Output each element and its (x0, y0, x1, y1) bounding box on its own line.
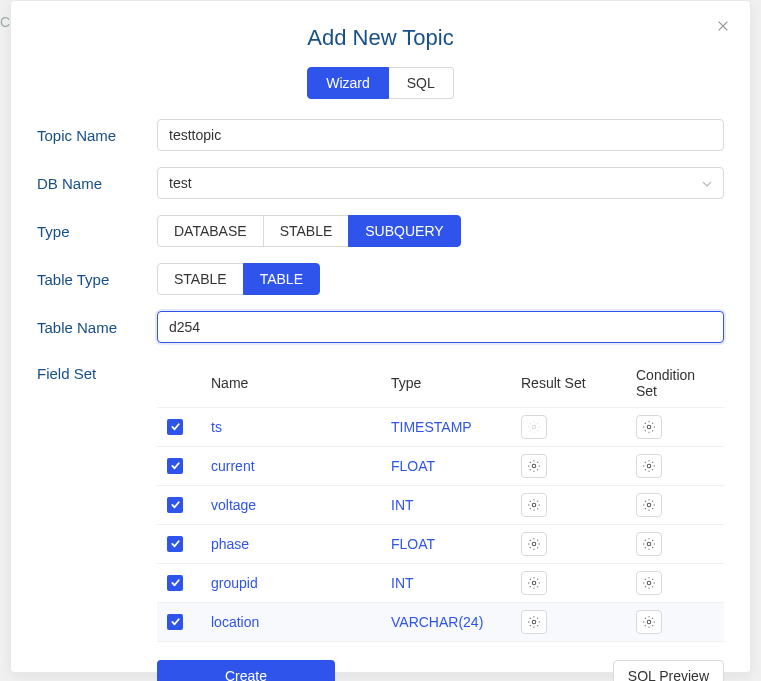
mode-sql-button[interactable]: SQL (389, 67, 454, 99)
dialog-title: Add New Topic (37, 25, 724, 51)
result-set-gear-icon[interactable] (521, 454, 547, 478)
svg-point-5 (647, 503, 651, 507)
topic-name-input[interactable] (157, 119, 724, 151)
field-type: TIMESTAMP (381, 408, 511, 447)
col-header-name: Name (201, 359, 381, 408)
table-row: locationVARCHAR(24) (157, 603, 724, 642)
col-header-type: Type (381, 359, 511, 408)
svg-point-3 (647, 464, 651, 468)
db-name-select[interactable]: test (157, 167, 724, 199)
condition-set-gear-icon[interactable] (636, 532, 662, 556)
table-name-input[interactable] (157, 311, 724, 343)
db-name-label: DB Name (37, 175, 157, 192)
table-row: voltageINT (157, 486, 724, 525)
result-set-gear-icon[interactable] (521, 493, 547, 517)
field-checkbox[interactable] (167, 575, 183, 591)
condition-set-gear-icon[interactable] (636, 415, 662, 439)
svg-point-0 (532, 425, 536, 429)
field-name: voltage (201, 486, 381, 525)
table-type-stable-button[interactable]: STABLE (157, 263, 244, 295)
field-set-label: Field Set (37, 359, 157, 382)
field-set-table: Name Type Result Set Condition Set tsTIM… (157, 359, 724, 642)
mode-wizard-button[interactable]: Wizard (307, 67, 389, 99)
background-hint: C (0, 14, 10, 30)
field-name: current (201, 447, 381, 486)
svg-point-4 (532, 503, 536, 507)
result-set-gear-icon[interactable] (521, 532, 547, 556)
field-checkbox[interactable] (167, 614, 183, 630)
svg-point-6 (532, 542, 536, 546)
table-row: phaseFLOAT (157, 525, 724, 564)
field-name: location (201, 603, 381, 642)
type-radio-group: DATABASE STABLE SUBQUERY (157, 215, 724, 247)
condition-set-gear-icon[interactable] (636, 571, 662, 595)
field-name: groupid (201, 564, 381, 603)
table-row: currentFLOAT (157, 447, 724, 486)
field-checkbox[interactable] (167, 497, 183, 513)
topic-name-label: Topic Name (37, 127, 157, 144)
svg-point-1 (647, 425, 651, 429)
condition-set-gear-icon[interactable] (636, 454, 662, 478)
sql-preview-button[interactable]: SQL Preview (613, 660, 724, 681)
field-checkbox[interactable] (167, 536, 183, 552)
field-type: INT (381, 564, 511, 603)
field-type: INT (381, 486, 511, 525)
table-type-radio-group: STABLE TABLE (157, 263, 724, 295)
create-button[interactable]: Create (157, 660, 335, 681)
table-row: tsTIMESTAMP (157, 408, 724, 447)
field-type: VARCHAR(24) (381, 603, 511, 642)
field-type: FLOAT (381, 447, 511, 486)
result-set-gear-icon[interactable] (521, 610, 547, 634)
condition-set-gear-icon[interactable] (636, 610, 662, 634)
svg-point-9 (647, 581, 651, 585)
svg-point-8 (532, 581, 536, 585)
col-header-result: Result Set (511, 359, 626, 408)
col-header-condition: Condition Set (626, 359, 724, 408)
field-name: ts (201, 408, 381, 447)
result-set-gear-icon (521, 415, 547, 439)
type-label: Type (37, 223, 157, 240)
table-type-table-button[interactable]: TABLE (243, 263, 320, 295)
mode-toggle: Wizard SQL (37, 67, 724, 99)
table-type-label: Table Type (37, 271, 157, 288)
svg-point-7 (647, 542, 651, 546)
type-stable-button[interactable]: STABLE (263, 215, 350, 247)
table-row: groupidINT (157, 564, 724, 603)
svg-point-2 (532, 464, 536, 468)
svg-point-10 (532, 620, 536, 624)
db-name-value: test (169, 175, 192, 191)
field-type: FLOAT (381, 525, 511, 564)
type-subquery-button[interactable]: SUBQUERY (348, 215, 460, 247)
condition-set-gear-icon[interactable] (636, 493, 662, 517)
table-name-label: Table Name (37, 319, 157, 336)
svg-point-11 (647, 620, 651, 624)
field-name: phase (201, 525, 381, 564)
field-checkbox[interactable] (167, 419, 183, 435)
chevron-down-icon (702, 177, 712, 189)
close-icon[interactable] (716, 19, 730, 36)
result-set-gear-icon[interactable] (521, 571, 547, 595)
add-topic-dialog: Add New Topic Wizard SQL Topic Name DB N… (10, 0, 751, 673)
type-database-button[interactable]: DATABASE (157, 215, 264, 247)
field-checkbox[interactable] (167, 458, 183, 474)
